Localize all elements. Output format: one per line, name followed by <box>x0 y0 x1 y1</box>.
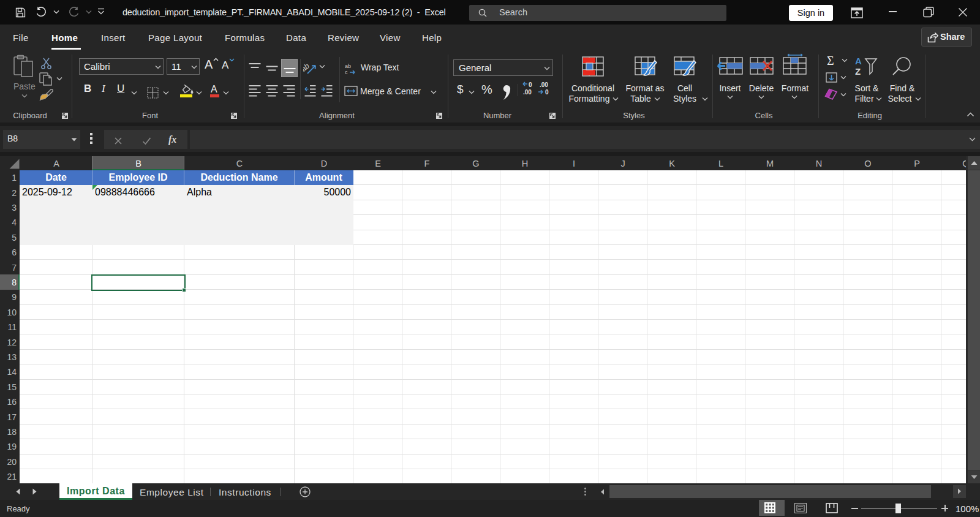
svg-text:ab: ab <box>345 63 351 69</box>
svg-text:0: 0 <box>545 89 549 96</box>
svg-text:0: 0 <box>529 81 532 88</box>
svg-text:.00: .00 <box>523 89 532 96</box>
svg-text:Z: Z <box>855 66 861 76</box>
svg-text:c: c <box>345 69 348 75</box>
svg-text:.00: .00 <box>540 81 548 88</box>
svg-text:A: A <box>855 56 862 66</box>
